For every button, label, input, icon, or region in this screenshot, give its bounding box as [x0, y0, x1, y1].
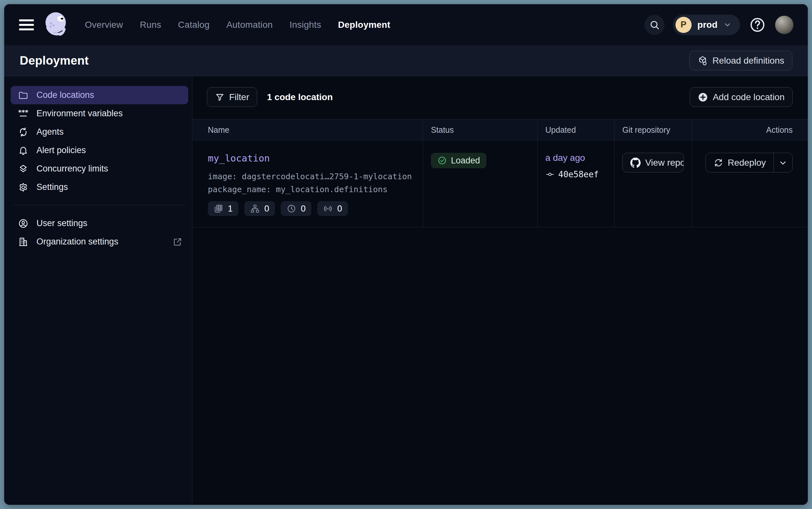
column-header-actions: Actions: [692, 120, 808, 140]
sidebar-item-label: Environment variables: [36, 108, 123, 118]
code-locations-table: Name Status Updated Git repository Actio…: [192, 119, 808, 227]
sidebar-item-label: Settings: [36, 182, 68, 192]
redeploy-dropdown-button[interactable]: [774, 153, 792, 172]
content-area: Code locations *** Environment variables: [4, 76, 808, 505]
nav-item-insights[interactable]: Insights: [290, 20, 321, 30]
building-icon: [18, 236, 29, 247]
nav-item-overview[interactable]: Overview: [85, 20, 123, 30]
page-header: Deployment Reload definitions: [4, 45, 808, 76]
sidebar-item-alert-policies[interactable]: Alert policies: [11, 141, 188, 160]
updated-cell: a day ago 40e58eef: [538, 140, 615, 227]
add-code-location-label: Add code location: [712, 92, 784, 102]
sidebar-item-agents[interactable]: Agents: [11, 123, 188, 141]
github-icon: [630, 158, 641, 168]
check-circle-icon: [437, 156, 447, 165]
status-cell: Loaded: [423, 140, 538, 227]
sidebar-item-label: Organization settings: [36, 237, 118, 247]
commit-line: 40e58eef: [545, 170, 606, 179]
job-graph-icon: [250, 204, 260, 213]
name-cell: my_location image: dagstercodelocati…275…: [192, 140, 423, 227]
sidebar-item-label: Alert policies: [36, 145, 86, 155]
main-panel: Filter 1 code location Add code location: [192, 76, 808, 505]
external-link-icon: [173, 237, 182, 247]
sidebar-item-label: User settings: [36, 218, 87, 228]
svg-text:***: ***: [18, 108, 28, 116]
code-location-link[interactable]: my_location: [208, 153, 415, 164]
nav-item-deployment[interactable]: Deployment: [338, 20, 390, 30]
jobs-count: 0: [264, 204, 269, 214]
schedules-count-chip: 0: [281, 201, 311, 216]
sidebar-item-settings[interactable]: Settings: [11, 178, 188, 196]
env-vars-icon: ***: [18, 108, 29, 119]
image-line: image: dagstercodelocati…2759-1-mylocati…: [208, 170, 415, 183]
search-button[interactable]: [644, 15, 665, 35]
search-icon: [649, 20, 660, 30]
sidebar-item-organization-settings[interactable]: Organization settings: [11, 233, 188, 251]
sensors-count: 0: [337, 204, 342, 214]
user-circle-icon: [18, 218, 29, 229]
column-header-updated: Updated: [538, 120, 615, 140]
page-title: Deployment: [20, 54, 89, 68]
sidebar-item-label: Code locations: [36, 90, 94, 100]
nav-item-automation[interactable]: Automation: [226, 20, 273, 30]
filter-label: Filter: [229, 92, 249, 102]
top-nav: Overview Runs Catalog Automation Insight…: [4, 4, 808, 45]
bell-icon: [18, 145, 29, 156]
jobs-count-chip: 0: [244, 201, 275, 216]
sensors-count-chip: 0: [317, 201, 348, 216]
desktop-background: Overview Runs Catalog Automation Insight…: [0, 0, 812, 509]
reload-definitions-button[interactable]: Reload definitions: [689, 51, 792, 70]
gear-icon: [18, 182, 29, 193]
table-row: my_location image: dagstercodelocati…275…: [192, 140, 808, 227]
assets-icon: [214, 204, 223, 213]
add-code-location-button[interactable]: Add code location: [690, 87, 792, 107]
avatar[interactable]: [775, 15, 793, 34]
sidebar: Code locations *** Environment variables: [4, 76, 192, 505]
folder-icon: [18, 90, 29, 101]
column-header-name: Name: [192, 120, 423, 140]
sidebar-item-user-settings[interactable]: User settings: [11, 214, 188, 233]
layers-icon: [18, 163, 29, 174]
dagster-logo[interactable]: [42, 9, 73, 40]
deployment-switcher[interactable]: P prod: [673, 14, 740, 35]
help-button[interactable]: [748, 16, 767, 34]
redeploy-split-button: Redeploy: [705, 153, 792, 172]
redeploy-button[interactable]: Redeploy: [706, 153, 774, 172]
sidebar-divider: [14, 205, 184, 205]
top-nav-right: P prod: [644, 14, 793, 35]
deployment-name: prod: [697, 20, 717, 30]
sensor-icon: [323, 204, 333, 213]
question-circle-icon: [749, 16, 766, 33]
toolbar: Filter 1 code location Add code location: [192, 76, 808, 119]
filter-button[interactable]: Filter: [207, 87, 257, 107]
clock-icon: [287, 204, 296, 213]
view-repo-button[interactable]: View repo: [622, 153, 684, 172]
sidebar-item-label: Concurrency limits: [36, 164, 108, 174]
deployment-initial-badge: P: [675, 17, 692, 33]
commit-icon: [545, 170, 554, 179]
package-line: package_name: my_location.definitions: [208, 183, 415, 196]
sidebar-item-code-locations[interactable]: Code locations: [11, 86, 188, 104]
nav-links: Overview Runs Catalog Automation Insight…: [85, 20, 390, 30]
schedules-count: 0: [301, 204, 306, 214]
sidebar-item-label: Agents: [36, 127, 64, 137]
hamburger-menu-icon[interactable]: [19, 19, 34, 31]
nav-item-runs[interactable]: Runs: [140, 20, 161, 30]
commit-hash: 40e58eef: [558, 170, 599, 179]
assets-count-chip: 1: [208, 201, 238, 216]
app-window: Overview Runs Catalog Automation Insight…: [4, 4, 808, 505]
sidebar-item-concurrency-limits[interactable]: Concurrency limits: [11, 160, 188, 178]
plus-circle-icon: [698, 92, 708, 102]
nav-item-catalog[interactable]: Catalog: [178, 20, 210, 30]
status-badge[interactable]: Loaded: [431, 153, 486, 168]
code-location-count: 1 code location: [267, 92, 333, 102]
sync-icon: [18, 127, 29, 138]
reload-definitions-icon: [697, 56, 708, 66]
redeploy-label: Redeploy: [728, 158, 766, 168]
column-header-git-repository: Git repository: [615, 120, 692, 140]
view-repo-label: View repo: [645, 158, 684, 168]
sidebar-item-environment-variables[interactable]: *** Environment variables: [11, 104, 188, 123]
column-header-status: Status: [423, 120, 538, 140]
updated-time-link[interactable]: a day ago: [545, 153, 606, 163]
actions-cell: Redeploy: [692, 140, 808, 227]
